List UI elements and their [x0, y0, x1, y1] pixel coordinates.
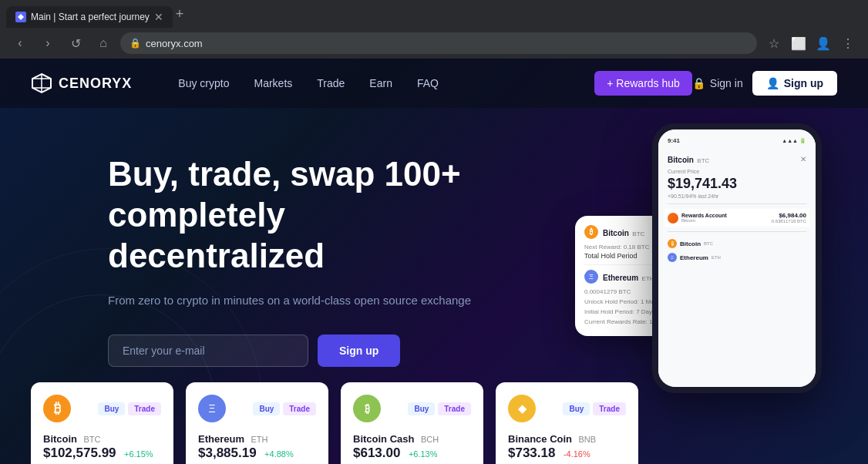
phone-eth-label: Ethereum [680, 254, 708, 261]
btc-icon: ₿ [584, 225, 598, 239]
eth-change: +4.88% [264, 449, 294, 459]
bch-card-sym: BCH [421, 435, 439, 444]
lock-icon: 🔒 [130, 38, 141, 49]
card-top-bnb: ◆ Buy Trade [508, 395, 626, 422]
menu-button[interactable]: ⋮ [837, 32, 859, 54]
eth-card-name: Ethereum [198, 433, 244, 445]
crypto-card-eth: Ξ Buy Trade Ethereum ETH $3,885.19 +4.88… [186, 382, 328, 464]
btc-card-actions: Buy Trade [98, 402, 161, 415]
bookmark-button[interactable]: ☆ [763, 32, 785, 54]
btc-trade-button[interactable]: Trade [128, 402, 161, 415]
nav-markets[interactable]: Markets [254, 77, 293, 89]
nav-icons: ☆ ⬜ 👤 ⋮ [763, 32, 859, 54]
hero-content: Buy, trade, swap 100+ completely decentr… [108, 154, 493, 367]
bch-price-row: $613.00 +6.13% [353, 446, 471, 461]
nav-trade[interactable]: Trade [317, 77, 345, 89]
hero-subtitle: From zero to crypto in minutes on a worl… [108, 291, 493, 310]
bnb-trade-button[interactable]: Trade [593, 402, 626, 415]
email-input[interactable] [108, 335, 308, 367]
phone-mockup-area: ₿ Bitcoin BTC Next Reward: 0.18 BTC Tota… [575, 123, 822, 416]
btc-coin-icon: ₿ [43, 395, 71, 422]
card-top-btc: ₿ Buy Trade [43, 395, 161, 422]
bch-price: $613.00 [353, 446, 400, 460]
rewards-hub-button[interactable]: + Rewards hub [594, 71, 692, 96]
signin-button[interactable]: 🔒 Sign in [692, 77, 743, 89]
tab-title: Main | Start a perfect journey [31, 12, 150, 22]
refresh-button[interactable]: ↺ [65, 32, 86, 54]
eth-coin-icon: Ξ [198, 395, 226, 422]
eth-price-row: $3,885.19 +4.88% [198, 446, 316, 461]
phone-divider-1 [668, 203, 806, 204]
back-button[interactable]: ‹ [9, 32, 31, 54]
crypto-card-bnb: ◆ Buy Trade Binance Coin BNB $733.18 -4.… [496, 382, 638, 464]
signup-button[interactable]: 👤 Sign up [752, 71, 837, 96]
phone-main: 9:41 ▲▲▲ 🔋 Bitcoin BTC ✕ Current Price $… [652, 123, 822, 393]
user-icon: 👤 [766, 77, 779, 89]
logo-icon [31, 72, 52, 94]
bch-trade-button[interactable]: Trade [438, 402, 471, 415]
bnb-card-sym: BNB [579, 435, 597, 444]
extensions-button[interactable]: ⬜ [788, 32, 809, 54]
bnb-card-name: Binance Coin [508, 433, 572, 445]
logo-text: CENORYX [59, 76, 132, 92]
browser-tab[interactable]: Main | Start a perfect journey ✕ [6, 6, 173, 28]
phone-coin-name: Bitcoin [668, 156, 694, 164]
nav-buy-crypto[interactable]: Buy crypto [178, 77, 229, 89]
nav-actions: 🔒 Sign in 👤 Sign up [692, 71, 837, 96]
nav-earn[interactable]: Earn [369, 77, 392, 89]
crypto-cards-row: ₿ Buy Trade Bitcoin BTC $102,575.99 +6.1… [31, 382, 837, 464]
address-bar[interactable]: 🔒 cenoryx.com [120, 32, 757, 54]
tab-close-button[interactable]: ✕ [154, 12, 163, 22]
crypto-cards-section: ₿ Buy Trade Bitcoin BTC $102,575.99 +6.1… [0, 382, 868, 464]
btc-card-sym: BTC [84, 435, 101, 444]
btc-buy-button[interactable]: Buy [98, 402, 125, 415]
eth-card-sym: ETH [251, 435, 267, 444]
bch-card-name: Bitcoin Cash [353, 433, 414, 445]
crypto-card-bch: ₿ Buy Trade Bitcoin Cash BCH $613.00 +6.… [341, 382, 483, 464]
browser-tab-bar: Main | Start a perfect journey ✕ + [0, 0, 868, 28]
logo[interactable]: CENORYX [31, 72, 132, 94]
hero-title: Buy, trade, swap 100+ completely decentr… [108, 154, 493, 276]
hero-form: Sign up [108, 335, 493, 367]
phone-rewards-icon [668, 213, 678, 224]
bch-coin-icon: ₿ [353, 395, 381, 422]
btc-name: Bitcoin [603, 229, 629, 237]
bnb-change: -4.16% [564, 449, 590, 459]
eth-card-actions: Buy Trade [253, 402, 316, 415]
phone-rewards-amount: $6,984.00 [772, 212, 806, 219]
home-button[interactable]: ⌂ [93, 32, 114, 54]
phone-rewards-coin: Bitcoin [681, 218, 727, 223]
phone-screen: 9:41 ▲▲▲ 🔋 Bitcoin BTC ✕ Current Price $… [658, 129, 816, 387]
eth-icon: Ξ [584, 270, 598, 284]
phone-coin-header: Bitcoin BTC ✕ [664, 149, 809, 169]
bch-buy-button[interactable]: Buy [408, 402, 435, 415]
bnb-coin-icon: ◆ [508, 395, 536, 422]
nav-links: Buy crypto Markets Trade Earn FAQ [178, 77, 594, 89]
card-top-eth: Ξ Buy Trade [198, 395, 316, 422]
phone-close-icon: ✕ [800, 155, 806, 163]
profile-button[interactable]: 👤 [812, 32, 834, 54]
eth-name: Ethereum [603, 274, 638, 282]
phone-btc-row: ₿ Bitcoin BTC [664, 237, 809, 250]
bnb-price-row: $733.18 -4.16% [508, 446, 626, 461]
bch-change: +6.13% [409, 449, 438, 459]
card-top-bch: ₿ Buy Trade [353, 395, 471, 422]
btc-price: $102,575.99 [43, 446, 116, 460]
phone-price-change: +90.51/94% last 24hr [664, 193, 809, 199]
bnb-buy-button[interactable]: Buy [563, 402, 590, 415]
tab-favicon [15, 12, 26, 22]
phone-price: $19,741.43 [664, 174, 809, 193]
crypto-card-btc: ₿ Buy Trade Bitcoin BTC $102,575.99 +6.1… [31, 382, 173, 464]
nav-faq[interactable]: FAQ [417, 77, 439, 89]
forward-button[interactable]: › [37, 32, 59, 54]
phone-btc-icon: ₿ [668, 239, 677, 248]
eth-trade-button[interactable]: Trade [283, 402, 316, 415]
page-content: CENORYX Buy crypto Markets Trade Earn FA… [0, 59, 868, 464]
new-tab-button[interactable]: + [176, 6, 184, 22]
eth-buy-button[interactable]: Buy [253, 402, 280, 415]
phone-divider-2 [668, 231, 806, 232]
phone-btc-label: Bitcoin [680, 240, 701, 247]
hero-signup-button[interactable]: Sign up [318, 335, 400, 367]
phone-price-label: Current Price [664, 169, 809, 174]
phone-eth-sym: ETH [712, 255, 721, 260]
